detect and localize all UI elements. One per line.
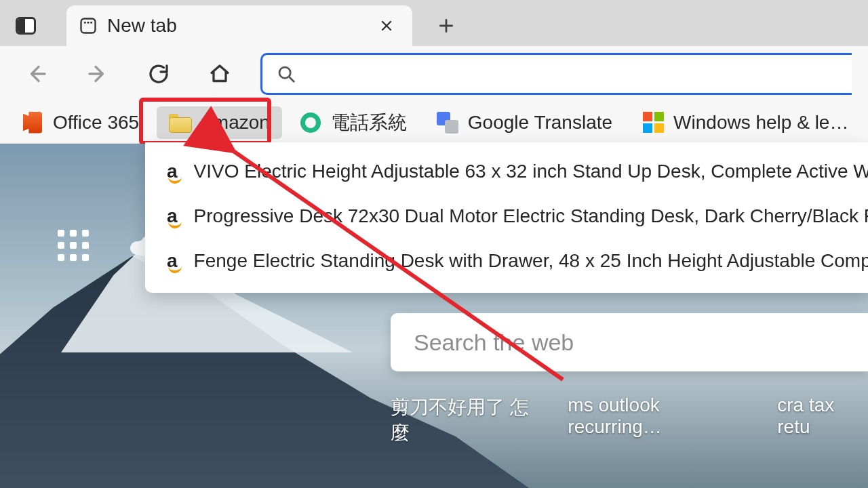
amazon-icon: a bbox=[167, 204, 178, 228]
tab-actions-button[interactable] bbox=[5, 5, 46, 46]
apps-grid-icon bbox=[58, 230, 89, 261]
arrow-right-icon bbox=[85, 62, 110, 86]
new-tab-button[interactable] bbox=[426, 5, 467, 46]
amazon-icon: a bbox=[167, 249, 178, 273]
trending-item[interactable]: 剪刀不好用了 怎麼 bbox=[391, 394, 540, 446]
fav-phone-system[interactable]: 電話系統 bbox=[288, 106, 419, 139]
bookmark-label: Fenge Electric Standing Desk with Drawer… bbox=[194, 250, 868, 272]
svg-point-3 bbox=[90, 22, 92, 24]
bookmark-label: VIVO Electric Height Adjustable 63 x 32 … bbox=[194, 161, 868, 182]
apps-launcher-button[interactable] bbox=[53, 225, 94, 266]
svg-point-2 bbox=[87, 22, 89, 24]
search-icon bbox=[276, 64, 296, 84]
nav-toolbar bbox=[0, 46, 868, 102]
refresh-button[interactable] bbox=[138, 54, 179, 94]
search-placeholder: Search the web bbox=[414, 329, 574, 356]
trending-item[interactable]: ms outlook recurring… bbox=[568, 394, 750, 446]
address-bar[interactable] bbox=[260, 53, 852, 95]
tab-strip: New tab bbox=[0, 0, 868, 46]
bookmark-item[interactable]: a Fenge Electric Standing Desk with Draw… bbox=[145, 239, 868, 283]
plus-icon bbox=[437, 17, 455, 35]
back-button[interactable] bbox=[16, 54, 57, 94]
fav-label: 電話系統 bbox=[331, 110, 407, 136]
fav-label: Amazon bbox=[200, 112, 270, 134]
refresh-icon bbox=[146, 62, 171, 86]
arrow-left-icon bbox=[24, 62, 49, 86]
browser-tab[interactable]: New tab bbox=[66, 5, 412, 46]
bookmark-item[interactable]: a VIVO Electric Height Adjustable 63 x 3… bbox=[145, 149, 868, 194]
office-icon bbox=[22, 112, 43, 134]
fav-label: Office 365 bbox=[53, 112, 139, 134]
svg-point-4 bbox=[279, 67, 290, 78]
close-icon bbox=[380, 19, 393, 33]
translate-icon bbox=[437, 112, 458, 134]
fav-office-365[interactable]: Office 365 bbox=[9, 106, 151, 139]
bookmark-item[interactable]: a Progressive Desk 72x30 Dual Motor Elec… bbox=[145, 194, 868, 239]
favorites-bar: Office 365 Amazon 電話系統 Google Translate … bbox=[0, 102, 868, 144]
trending-searches: 剪刀不好用了 怎麼 ms outlook recurring… cra tax … bbox=[391, 394, 868, 446]
page-icon bbox=[79, 16, 98, 35]
home-button[interactable] bbox=[199, 54, 240, 94]
bookmark-label: Progressive Desk 72x30 Dual Motor Electr… bbox=[194, 205, 868, 227]
bookmark-folder-dropdown: a VIVO Electric Height Adjustable 63 x 3… bbox=[145, 142, 868, 293]
forward-button[interactable] bbox=[77, 54, 118, 94]
windows-icon bbox=[642, 112, 664, 134]
svg-rect-0 bbox=[81, 19, 96, 33]
tab-title: New tab bbox=[107, 15, 177, 37]
amazon-icon: a bbox=[167, 159, 178, 184]
folder-icon bbox=[169, 112, 191, 134]
fav-amazon-folder[interactable]: Amazon bbox=[157, 106, 282, 139]
fav-google-translate[interactable]: Google Translate bbox=[425, 106, 625, 139]
fav-label: Windows help & le… bbox=[673, 112, 848, 134]
trending-item[interactable]: cra tax retu bbox=[777, 394, 868, 446]
web-search-box[interactable]: Search the web bbox=[391, 313, 868, 371]
tab-close-button[interactable] bbox=[373, 12, 400, 39]
home-icon bbox=[208, 62, 232, 86]
fav-windows-help[interactable]: Windows help & le… bbox=[630, 106, 861, 139]
svg-point-1 bbox=[84, 22, 86, 24]
ring-icon bbox=[300, 112, 321, 134]
fav-label: Google Translate bbox=[468, 112, 612, 134]
tab-actions-icon bbox=[16, 17, 36, 35]
